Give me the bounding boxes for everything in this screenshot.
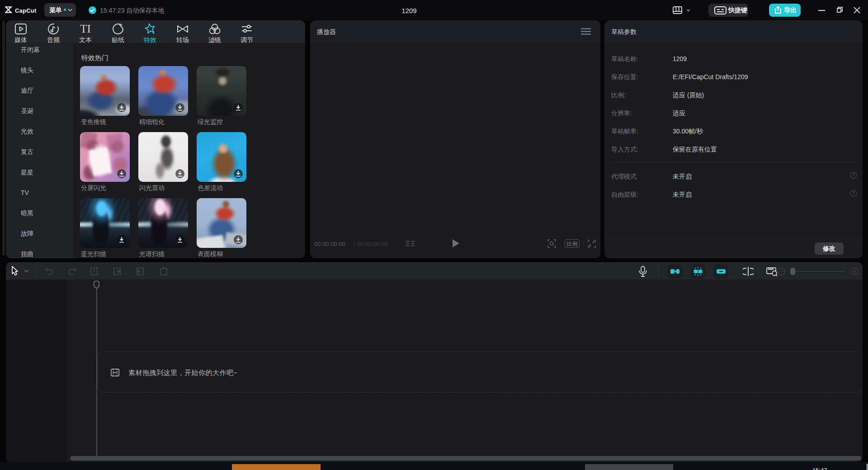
svg-text:TI: TI: [80, 23, 91, 35]
